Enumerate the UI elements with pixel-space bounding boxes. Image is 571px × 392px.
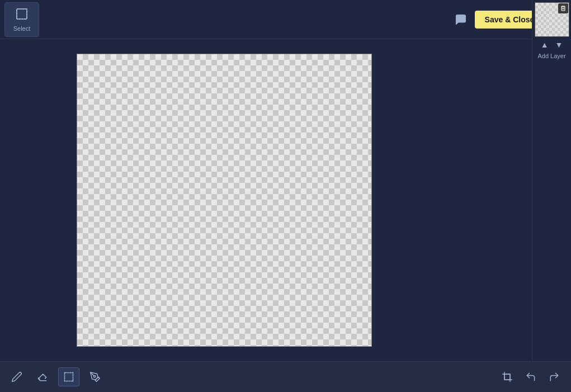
canvas-area bbox=[0, 39, 448, 361]
select-rect-icon bbox=[63, 371, 74, 382]
select-tool[interactable]: Select bbox=[4, 2, 39, 37]
layer-thumbnail-container bbox=[535, 2, 569, 37]
bottom-tools-right bbox=[497, 368, 564, 386]
trash-icon bbox=[560, 5, 567, 12]
pen-button[interactable] bbox=[85, 368, 105, 386]
redo-button[interactable] bbox=[544, 368, 564, 386]
crop-button[interactable] bbox=[497, 368, 517, 386]
layer-down-button[interactable]: ▼ bbox=[553, 39, 565, 50]
annotate-button[interactable] bbox=[451, 10, 470, 29]
svg-rect-12 bbox=[504, 374, 510, 380]
eraser-icon bbox=[37, 371, 48, 382]
right-panel: ▲ ▼ Add Layer bbox=[532, 0, 571, 392]
svg-point-8 bbox=[73, 372, 74, 374]
select-tool-label: Select bbox=[13, 25, 31, 32]
annotate-icon bbox=[455, 13, 467, 26]
arrow-down-icon: ▼ bbox=[555, 40, 563, 49]
svg-point-10 bbox=[73, 381, 74, 382]
add-layer-label: Add Layer bbox=[537, 53, 565, 59]
crop-icon bbox=[502, 371, 513, 382]
svg-point-11 bbox=[94, 376, 96, 377]
svg-rect-2 bbox=[17, 9, 27, 19]
svg-point-9 bbox=[64, 381, 65, 382]
bottom-toolbar bbox=[0, 361, 571, 392]
layer-up-button[interactable]: ▲ bbox=[539, 39, 551, 50]
arrow-up-icon: ▲ bbox=[541, 40, 549, 49]
draw-button[interactable] bbox=[7, 368, 27, 386]
canvas-checkerboard[interactable] bbox=[77, 54, 372, 347]
erase-button[interactable] bbox=[32, 368, 53, 386]
pen-icon bbox=[89, 371, 101, 382]
layer-arrows: ▲ ▼ bbox=[539, 39, 565, 50]
select-rect-button[interactable] bbox=[58, 367, 79, 386]
layer-delete-button[interactable] bbox=[558, 3, 568, 13]
undo-button[interactable] bbox=[521, 368, 541, 386]
top-toolbar: Select Save & Close × bbox=[0, 0, 571, 39]
redo-icon bbox=[549, 371, 560, 382]
svg-rect-0 bbox=[17, 9, 27, 19]
undo-icon bbox=[525, 371, 536, 382]
bottom-tools-left bbox=[7, 367, 105, 386]
select-tool-icon bbox=[15, 7, 29, 23]
svg-rect-3 bbox=[561, 7, 565, 11]
svg-rect-6 bbox=[65, 373, 73, 381]
svg-point-7 bbox=[64, 372, 65, 374]
pencil-icon bbox=[11, 371, 22, 382]
